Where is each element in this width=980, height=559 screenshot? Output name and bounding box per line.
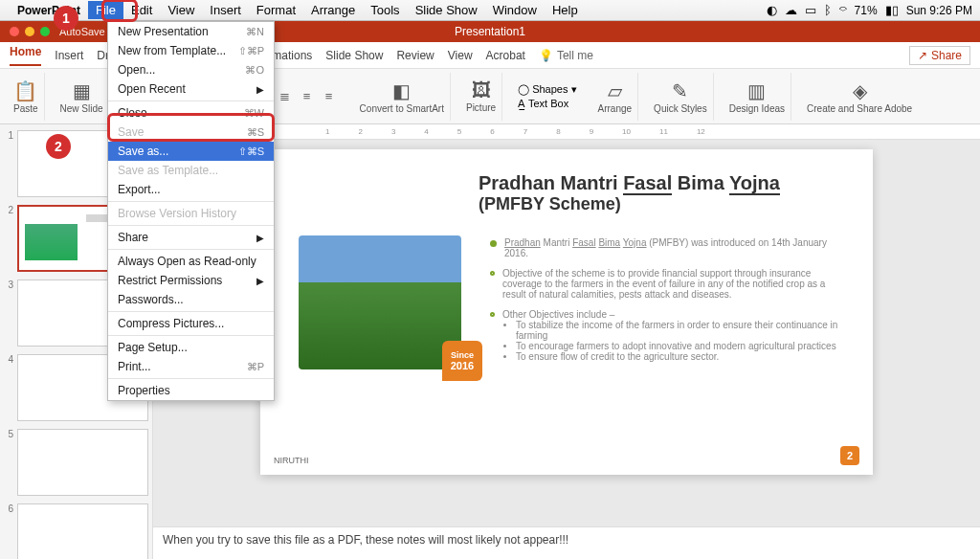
mac-status-right: ◐ ☁ ▭ ᛒ ⌔ 71% ▮▯ Sun 9:26 PM <box>767 3 972 17</box>
menu-edit[interactable]: Edit <box>123 1 160 19</box>
numbering-button[interactable]: ≣ <box>276 87 295 106</box>
shapes-button[interactable]: ◯ Shapes ▾ <box>518 83 576 96</box>
menu-help[interactable]: Help <box>545 1 586 19</box>
slide-canvas-wrap[interactable]: Pradhan Mantri Fasal Bima Yojna (PMFBY S… <box>153 140 980 526</box>
menu-arrange[interactable]: Arrange <box>303 1 363 19</box>
menu-item-save-as-template-: Save as Template... <box>108 161 274 180</box>
menu-item-always-open-as-read-only[interactable]: Always Open as Read-only <box>108 252 274 271</box>
thumb-row-5[interactable]: 5 <box>4 429 148 496</box>
sync-icon[interactable]: ◐ <box>767 3 777 17</box>
slide-number-badge: 2 <box>840 446 859 465</box>
convert-smartart-button[interactable]: ◧Convert to SmartArt <box>354 73 451 121</box>
share-button[interactable]: ↗ Share <box>909 46 970 65</box>
new-slide-icon: ▦ <box>73 79 91 102</box>
text-box-button[interactable]: A̲ Text Box <box>518 98 568 110</box>
slide-canvas[interactable]: Pradhan Mantri Fasal Bima Yojna (PMFBY S… <box>260 149 873 475</box>
menu-file[interactable]: File <box>88 1 123 19</box>
clock[interactable]: Sun 9:26 PM <box>906 4 972 17</box>
window-title: Presentation1 <box>455 25 525 38</box>
slide-image[interactable] <box>299 235 461 369</box>
menu-view[interactable]: View <box>160 1 202 19</box>
horizontal-ruler: 123456789101112 <box>153 124 980 140</box>
menu-format[interactable]: Format <box>249 1 303 19</box>
wifi-icon[interactable]: ⌔ <box>839 3 847 17</box>
paste-button[interactable]: 📋Paste <box>8 73 45 121</box>
slide-title[interactable]: Pradhan Mantri Fasal Bima Yojna (PMFBY S… <box>479 172 846 214</box>
display-icon[interactable]: ▭ <box>805 3 816 17</box>
picture-button[interactable]: 🖼Picture <box>460 73 502 121</box>
menu-item-save: Save⌘S <box>108 123 274 142</box>
tab-review[interactable]: Review <box>396 49 434 62</box>
align-center-button[interactable]: ≡ <box>320 87 339 106</box>
menu-item-open-recent[interactable]: Open Recent▶ <box>108 79 274 99</box>
adobe-icon: ◈ <box>853 79 867 102</box>
design-ideas-button[interactable]: ▥Design Ideas <box>724 73 791 121</box>
menu-item-save-as-[interactable]: Save as...⇧⌘S <box>108 142 274 161</box>
menu-item-export-[interactable]: Export... <box>108 180 274 199</box>
tab-slide-show[interactable]: Slide Show <box>325 49 383 62</box>
tab-home[interactable]: Home <box>10 45 41 66</box>
slide-logo: NIRUTHI <box>274 456 309 465</box>
slide-body[interactable]: Pradhan Mantri Fasal Bima Yojna (PMFBY) … <box>490 237 846 371</box>
battery-percent: 71% <box>855 4 878 17</box>
menu-item-page-setup-[interactable]: Page Setup... <box>108 338 274 357</box>
menu-insert[interactable]: Insert <box>202 1 249 19</box>
menu-item-restrict-permissions[interactable]: Restrict Permissions▶ <box>108 271 274 290</box>
quick-styles-icon: ✎ <box>672 79 688 102</box>
menu-tools[interactable]: Tools <box>363 1 407 19</box>
cloud-icon[interactable]: ☁ <box>785 3 797 17</box>
since-badge: Since2016 <box>442 341 482 381</box>
menu-item-properties[interactable]: Properties <box>108 381 274 400</box>
new-slide-button[interactable]: ▦New Slide <box>55 73 110 121</box>
annotation-badge-2: 2 <box>46 134 71 159</box>
bluetooth-icon[interactable]: ᛒ <box>824 3 832 17</box>
menu-item-print-[interactable]: Print...⌘P <box>108 357 274 376</box>
menu-item-new-presentation[interactable]: New Presentation⌘N <box>108 22 274 41</box>
minimize-window-button[interactable] <box>25 27 34 36</box>
annotation-badge-1: 1 <box>54 6 78 31</box>
menu-item-open-[interactable]: Open...⌘O <box>108 60 274 79</box>
slide-thumbnail-6[interactable] <box>17 503 148 559</box>
menu-item-close[interactable]: Close⌘W <box>108 103 274 123</box>
smartart-icon: ◧ <box>392 79 411 102</box>
traffic-lights <box>0 27 50 36</box>
menu-item-new-from-template-[interactable]: New from Template...⇧⌘P <box>108 41 274 60</box>
close-window-button[interactable] <box>10 27 19 36</box>
adobe-button[interactable]: ◈Create and Share Adobe <box>801 73 918 121</box>
menu-slide-show[interactable]: Slide Show <box>408 1 485 19</box>
menu-item-share[interactable]: Share▶ <box>108 228 274 247</box>
mac-menu-bar: PowerPoint File Edit View Insert Format … <box>0 0 980 21</box>
quick-styles-button[interactable]: ✎Quick Styles <box>648 73 714 121</box>
shapes-group[interactable]: ◯ Shapes ▾ A̲ Text Box <box>512 73 582 121</box>
tab-view[interactable]: View <box>448 49 473 62</box>
battery-icon[interactable]: ▮▯ <box>885 3 899 17</box>
tell-me-search[interactable]: 💡 Tell me <box>539 49 593 62</box>
editor-area: 123456789101112 Pradhan Mantri Fasal Bim… <box>153 124 980 559</box>
menu-item-compress-pictures-[interactable]: Compress Pictures... <box>108 314 274 333</box>
menu-item-browse-version-history: Browse Version History <box>108 204 274 223</box>
arrange-icon: ▱ <box>608 79 622 102</box>
notes-pane[interactable]: When you try to save this file as a PDF,… <box>153 526 980 559</box>
zoom-window-button[interactable] <box>40 27 50 36</box>
thumb-row-6[interactable]: 6 <box>4 503 148 559</box>
align-left-button[interactable]: ≡ <box>298 87 317 106</box>
design-ideas-icon: ▥ <box>747 79 766 102</box>
clipboard-icon: 📋 <box>13 79 37 102</box>
menu-window[interactable]: Window <box>485 1 545 19</box>
picture-icon: 🖼 <box>472 79 491 101</box>
tab-insert[interactable]: Insert <box>55 49 83 62</box>
slide-thumbnail-5[interactable] <box>17 429 148 496</box>
menu-item-passwords-[interactable]: Passwords... <box>108 290 274 309</box>
file-dropdown-menu: New Presentation⌘NNew from Template...⇧⌘… <box>107 21 275 401</box>
arrange-button[interactable]: ▱Arrange <box>592 73 639 121</box>
tab-acrobat[interactable]: Acrobat <box>486 49 525 62</box>
